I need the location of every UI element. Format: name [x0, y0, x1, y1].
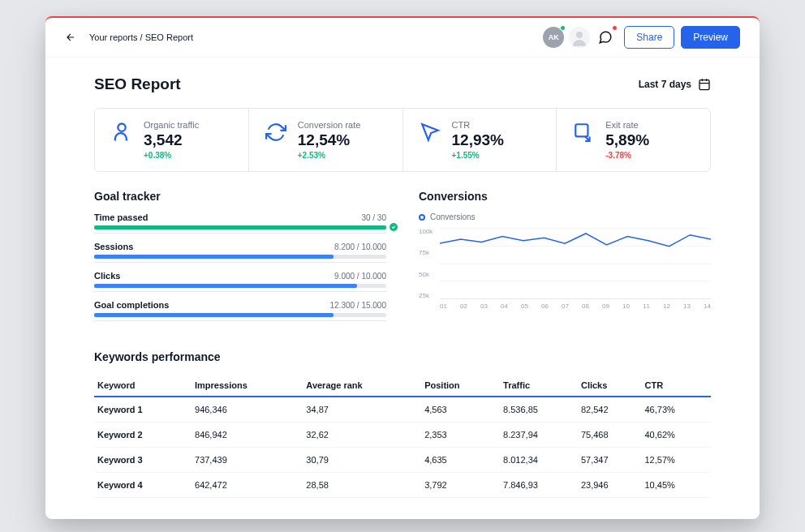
back-button[interactable]: [65, 32, 76, 43]
conversions-title: Conversions: [419, 190, 711, 203]
x-tick-label: 03: [480, 302, 488, 310]
notification-dot-icon: [612, 25, 618, 31]
metric-card: Exit rate 5,89% -3.78%: [557, 109, 710, 171]
x-tick-label: 05: [521, 302, 528, 310]
breadcrumb[interactable]: Your reports / SEO Report: [89, 32, 193, 42]
table-cell: 23,946: [578, 473, 642, 498]
goal-name: Goal completions: [94, 300, 169, 310]
table-cell: Keyword 3: [94, 448, 192, 473]
table-cell: Keyword 4: [94, 473, 192, 498]
table-header[interactable]: CTR: [642, 375, 712, 397]
x-tick-label: 01: [440, 302, 447, 310]
table-cell: 2,353: [421, 423, 500, 448]
y-tick-label: 75k: [419, 249, 433, 256]
table-cell: 75,468: [578, 423, 642, 448]
metric-change: +2.53%: [298, 151, 361, 160]
table-cell: 57,347: [578, 448, 642, 473]
table-row: Keyword 1946,34634,874,5638.536,8582,542…: [94, 397, 711, 423]
metric-label: Organic traffic: [144, 120, 199, 130]
avatar-user-2[interactable]: [569, 27, 590, 48]
conversions-line-chart: [440, 228, 711, 298]
date-range-picker[interactable]: Last 7 days: [639, 78, 711, 91]
y-tick-label: 50k: [419, 271, 433, 278]
table-row: Keyword 3737,43930,794,6358.012,3457,347…: [94, 448, 711, 473]
goal-value: 9.000 / 10.000: [334, 272, 386, 281]
x-tick-label: 11: [643, 302, 650, 310]
table-cell: 32,62: [303, 423, 421, 448]
arrow-left-icon: [65, 32, 76, 43]
presence-dot-icon: [560, 25, 566, 31]
goal-row: Clicks 9.000 / 10.000: [94, 271, 386, 292]
table-cell: 7.846,93: [500, 473, 578, 498]
table-header[interactable]: Average rank: [303, 375, 421, 397]
y-tick-label: 100k: [419, 228, 433, 235]
x-tick-label: 02: [460, 302, 467, 310]
legend-label: Conversions: [430, 212, 476, 221]
share-button[interactable]: Share: [624, 26, 674, 49]
goal-progress-bar: [94, 255, 386, 259]
table-header[interactable]: Impressions: [192, 375, 303, 397]
table-header[interactable]: Keyword: [94, 375, 192, 397]
goal-value: 30 / 30: [361, 213, 386, 222]
table-cell: 737,439: [192, 448, 303, 473]
legend-dot-icon: [419, 214, 425, 221]
goal-progress-bar: [94, 225, 386, 230]
table-row: Keyword 4642,47228,583,7927.846,9323,946…: [94, 473, 711, 498]
x-tick-label: 13: [683, 302, 691, 310]
metric-card: Organic traffic 3,542 +0.38%: [95, 109, 249, 171]
goal-row: Sessions 8.200 / 10.000: [94, 242, 386, 263]
table-cell: 8.237,94: [500, 423, 578, 448]
table-header[interactable]: Clicks: [578, 375, 642, 397]
table-cell: 642,472: [192, 473, 303, 498]
metric-value: 12,93%: [452, 131, 504, 149]
table-cell: 82,542: [578, 397, 642, 423]
metric-card: Conversion rate 12,54% +2.53%: [249, 109, 403, 171]
cursor-icon: [418, 120, 442, 144]
table-header[interactable]: Position: [421, 375, 500, 397]
x-tick-label: 08: [582, 302, 589, 310]
metric-change: +0.38%: [144, 151, 199, 160]
keywords-title: Keywords performance: [94, 350, 711, 363]
x-tick-label: 06: [541, 302, 549, 310]
goal-name: Sessions: [94, 242, 133, 251]
table-cell: 46,73%: [642, 397, 712, 423]
exit-icon: [571, 120, 596, 144]
comments-button[interactable]: [595, 27, 616, 48]
sync-icon: [264, 120, 288, 144]
presence-dot-icon: [586, 27, 590, 31]
metric-value: 3,542: [144, 131, 199, 149]
page-title: SEO Report: [94, 75, 181, 93]
table-cell: 3,792: [421, 473, 500, 498]
metric-label: Exit rate: [605, 120, 649, 130]
calendar-icon: [698, 78, 711, 91]
svg-point-0: [576, 32, 583, 38]
table-cell: 34,87: [303, 397, 421, 423]
metric-card: CTR 12,93% +1.55%: [403, 109, 557, 171]
table-cell: 8.012,34: [500, 448, 578, 473]
table-cell: 4,563: [421, 397, 500, 423]
x-tick-label: 04: [501, 302, 508, 310]
table-cell: 40,62%: [642, 423, 712, 448]
metric-change: +1.55%: [452, 151, 504, 160]
preview-button[interactable]: Preview: [681, 26, 740, 49]
metric-value: 5,89%: [605, 131, 649, 149]
keywords-table: KeywordImpressionsAverage rankPositionTr…: [94, 375, 711, 498]
chart-legend: Conversions: [419, 212, 711, 221]
table-cell: 4,635: [421, 448, 500, 473]
table-cell: 12,57%: [642, 448, 712, 473]
goal-progress-bar: [94, 284, 386, 288]
goal-row: Time passed 30 / 30: [94, 212, 386, 234]
table-cell: Keyword 1: [94, 397, 192, 423]
goal-value: 8.200 / 10.000: [334, 242, 386, 251]
table-cell: 846,942: [192, 423, 303, 448]
comment-icon: [598, 30, 613, 45]
goal-row: Goal completions 12.300 / 15.000: [94, 300, 386, 321]
table-cell: 28,58: [303, 473, 421, 498]
table-header[interactable]: Traffic: [500, 375, 578, 397]
goal-value: 12.300 / 15.000: [329, 301, 386, 310]
metric-label: Conversion rate: [298, 120, 361, 130]
avatar-user-ak[interactable]: AK: [543, 27, 564, 48]
table-cell: 8.536,85: [500, 397, 578, 423]
x-tick-label: 10: [622, 302, 630, 310]
table-cell: 30,79: [303, 448, 421, 473]
